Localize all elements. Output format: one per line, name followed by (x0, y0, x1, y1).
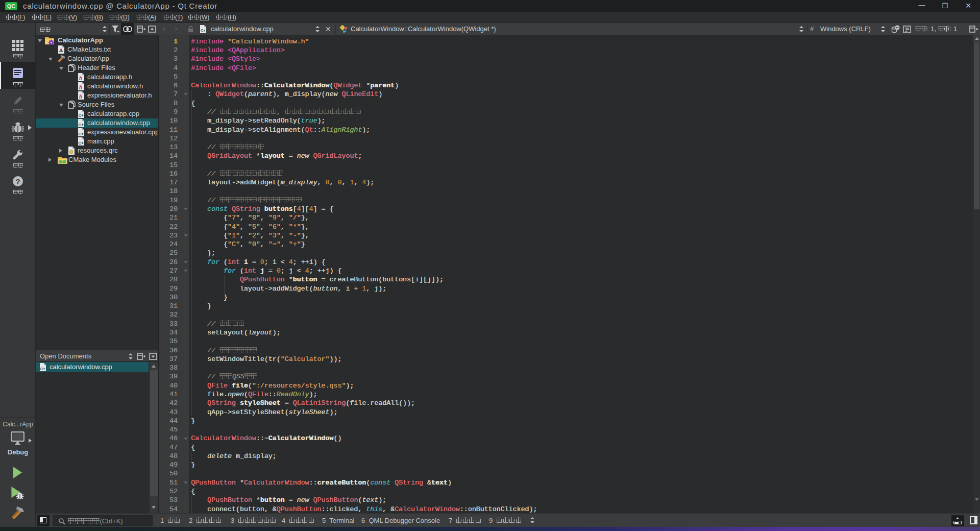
svg-text:h: h (79, 85, 82, 90)
svg-text:h: h (79, 94, 82, 100)
svg-text:C: C (79, 113, 82, 118)
svg-text:C: C (40, 367, 43, 371)
svg-text:C: C (201, 28, 204, 33)
svg-text:h: h (79, 76, 82, 81)
svg-text:C: C (79, 123, 82, 127)
svg-text:C: C (79, 132, 82, 136)
svg-text:?: ? (15, 177, 20, 186)
svg-text:C: C (79, 141, 82, 146)
